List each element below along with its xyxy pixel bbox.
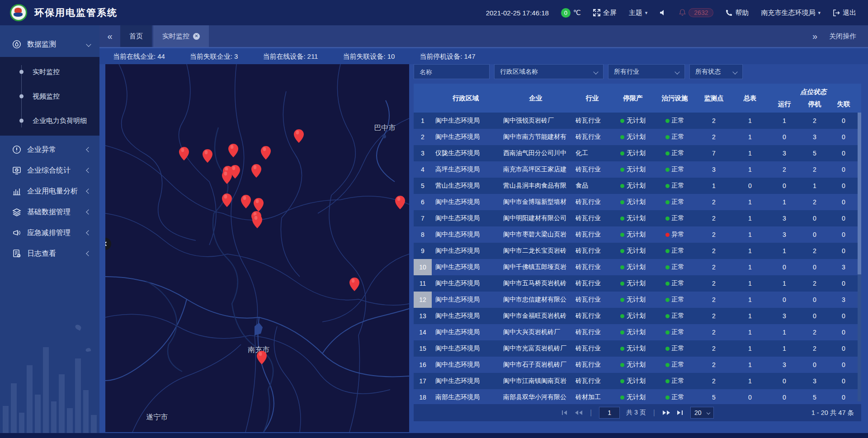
cell-stopped: 2 (800, 345, 829, 352)
table-row[interactable]: 4高坪生态环境局南充市高坪区王家店建砖瓦行业无计划正常31220 (414, 161, 861, 178)
table-row[interactable]: 8阆中生态环境局阆中市枣碧大梁山页岩砖瓦行业无计划异常21300 (414, 226, 861, 243)
table-scrollbar[interactable] (858, 113, 861, 401)
map-pin[interactable] (293, 129, 304, 143)
notifications[interactable]: 2632 (679, 8, 713, 17)
theme-dropdown[interactable]: 主题▾ (629, 9, 648, 17)
table-row[interactable]: 10阆中生态环境局阆中千佛镇五郎垭页岩砖瓦行业无计划正常21003 (414, 259, 861, 275)
map-pin[interactable] (202, 149, 213, 163)
map-pin[interactable] (222, 170, 232, 184)
map-pin[interactable] (251, 164, 262, 178)
sidebar-item-log-view[interactable]: 日志查看 (0, 243, 99, 264)
cell-facility-status: 正常 (653, 393, 696, 401)
fullscreen-button[interactable]: 全屏 (593, 9, 617, 17)
cell-region: 阆中生态环境局 (432, 328, 500, 336)
cell-total-meter: 1 (731, 345, 769, 352)
map-pin[interactable] (241, 194, 251, 209)
cell-lost: 0 (829, 329, 858, 336)
sidebar-item-power-load-detail[interactable]: 企业电力负荷明细 (0, 108, 99, 133)
mute-button[interactable] (660, 9, 667, 16)
status-dot-icon (665, 363, 670, 367)
sidebar-item-enterprise-abnormal[interactable]: 企业异常 (0, 139, 99, 160)
log-file-icon (12, 249, 21, 258)
first-page-button[interactable] (561, 410, 568, 415)
table-row[interactable]: 18南部生态环境局南部县双华小河有限公砖材加工无计划正常50050 (414, 389, 861, 401)
cell-industry: 砖瓦行业 (572, 263, 613, 271)
stat-label: 当前停机设备: (420, 52, 462, 60)
table-row[interactable]: 7阆中生态环境局阆中明阳建材有限公司砖瓦行业无计划正常21300 (414, 210, 861, 226)
table-row[interactable]: 5营山生态环境局营山县润丰肉食品有限食品无计划正常10010 (414, 178, 861, 194)
sidebar-item-video-monitoring[interactable]: 视频监控 (0, 84, 99, 108)
cell-facility-status: 正常 (653, 247, 696, 255)
tabs-scroll-right-button[interactable]: » (812, 31, 817, 42)
cell-lost: 0 (829, 345, 858, 352)
table-row[interactable]: 2阆中生态环境局阆中市南方节能建材有砖瓦行业无计划正常21030 (414, 129, 861, 145)
table-row[interactable]: 14阆中生态环境局阆中大兴页岩机砖厂砖瓦行业无计划正常21120 (414, 324, 861, 340)
industry-filter-select[interactable]: 所有行业 (608, 64, 685, 79)
map-pin[interactable] (228, 143, 239, 158)
table-row[interactable]: 13阆中生态环境局阆中市金福旺页岩机砖砖瓦行业无计划正常21300 (414, 308, 861, 324)
map-pin[interactable] (349, 277, 360, 292)
cell-company: 阆中市忠信建材有限公 (500, 296, 572, 304)
map-pin[interactable] (222, 193, 232, 207)
table-row[interactable]: 12阆中生态环境局阆中市忠信建材有限公砖瓦行业无计划正常21003 (414, 292, 861, 308)
megaphone-icon (12, 228, 21, 237)
chevron-down-icon (707, 411, 710, 414)
scrollbar-thumb[interactable] (858, 113, 861, 274)
alert-circle-icon (12, 145, 21, 154)
tabs-scroll-left-button[interactable]: « (99, 25, 120, 47)
prev-page-button[interactable] (575, 410, 583, 415)
map-pin[interactable] (253, 198, 264, 212)
table-row[interactable]: 17阆中生态环境局阆中市江南镇阆南页岩砖瓦行业无计划正常21030 (414, 373, 861, 389)
map-pin[interactable] (395, 195, 406, 210)
sidebar-item-emergency-reduction[interactable]: 应急减排管理 (0, 222, 99, 243)
chevron-left-icon (86, 147, 91, 152)
status-dot-icon (665, 314, 670, 318)
region-filter-select[interactable]: 行政区域名称 (494, 64, 604, 79)
map-pin[interactable] (256, 350, 267, 365)
table-row[interactable]: 9阆中生态环境局阆中市二龙长宝页岩砖砖瓦行业无计划正常21120 (414, 243, 861, 259)
last-page-button[interactable] (677, 410, 684, 415)
cell-monitor-count: 2 (696, 117, 731, 124)
logout-button[interactable]: 退出 (833, 9, 856, 17)
row-index: 2 (414, 129, 432, 145)
sidebar-item-realtime-monitoring[interactable]: 实时监控 (0, 60, 99, 84)
table-row[interactable]: 1阆中生态环境局阆中强锐页岩砖厂砖瓦行业无计划正常21120 (414, 113, 861, 129)
row-index: 15 (414, 340, 432, 357)
name-filter-input[interactable] (420, 68, 484, 75)
map-pin[interactable] (252, 214, 263, 229)
cell-monitor-count: 2 (696, 345, 731, 352)
help-button[interactable]: 帮助 (726, 9, 749, 17)
page-number-input[interactable]: 1 (599, 407, 620, 419)
table-row[interactable]: 11阆中生态环境局阆中市五马桥页岩机砖砖瓦行业无计划正常21120 (414, 275, 861, 292)
cell-industry: 砖瓦行业 (572, 279, 613, 287)
table-row[interactable]: 15阆中生态环境局阆中市光富页岩机砖厂砖瓦行业无计划正常21120 (414, 340, 861, 357)
status-dot-icon (665, 233, 670, 237)
close-operations-button[interactable]: 关闭操作 (829, 32, 856, 41)
map-pin[interactable] (260, 146, 271, 160)
org-dropdown[interactable]: 南充市生态环境局▾ (761, 9, 821, 17)
sidebar-item-basic-data[interactable]: 基础数据管理 (0, 202, 99, 222)
sidebar-item-data-monitoring[interactable]: 数据监测 (0, 32, 99, 57)
map-panel[interactable]: 巴中市南充市遂宁市 (105, 64, 409, 432)
cell-monitor-count: 2 (696, 377, 731, 385)
cell-lost: 0 (829, 280, 858, 287)
cell-stopped: 0 (800, 361, 829, 368)
table-row[interactable]: 16阆中生态环境局阆中市石子页岩机砖厂砖瓦行业无计划正常21300 (414, 357, 861, 373)
cell-total-meter: 1 (731, 198, 769, 206)
map-pin[interactable] (179, 146, 189, 161)
sidebar-item-enterprise-statistics[interactable]: 企业综合统计 (0, 160, 99, 181)
cell-company: 南部县双华小河有限公 (500, 393, 572, 401)
tab-home[interactable]: 首页 (120, 25, 152, 47)
cell-running: 3 (769, 361, 800, 368)
next-page-button[interactable] (662, 410, 670, 415)
status-filter-select[interactable]: 所有状态 (689, 64, 743, 79)
tab-close-icon[interactable]: ✕ (193, 33, 200, 40)
cell-running: 1 (769, 345, 800, 352)
sidebar-item-electricity-analysis[interactable]: 企业用电量分析 (0, 181, 99, 202)
tab-realtime-monitoring[interactable]: 实时监控 ✕ (153, 25, 209, 47)
table-row[interactable]: 6阆中生态环境局阆中市金博瑞新型墙材砖瓦行业无计划正常21120 (414, 194, 861, 210)
table-row[interactable]: 3仪陇生态环境局西南油气田分公司川中化工无计划正常71350 (414, 145, 861, 161)
page-size-select[interactable]: 20 (690, 407, 714, 419)
cell-industry: 食品 (572, 182, 613, 190)
name-filter-field[interactable] (414, 64, 490, 79)
